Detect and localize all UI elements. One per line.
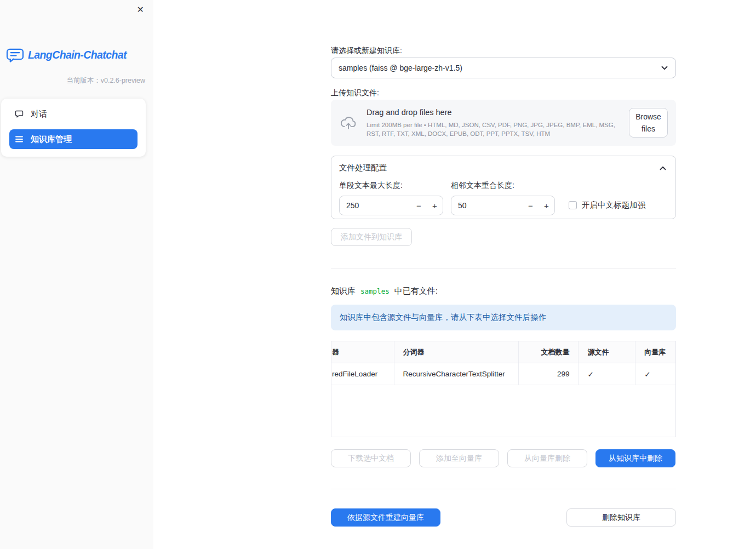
- sidebar-menu: 对话 知识库管理: [1, 99, 146, 157]
- kb-files-prefix: 知识库: [331, 286, 356, 296]
- overlap-size-field: 相邻文本重合长度: 50 − +: [451, 181, 555, 215]
- add-to-vector-store-button[interactable]: 添加至向量库: [419, 449, 499, 467]
- column-header-splitter[interactable]: 分词器: [394, 341, 519, 363]
- divider: [331, 268, 676, 268]
- cell-loader[interactable]: redFileLoader: [331, 363, 394, 385]
- table-row[interactable]: redFileLoader RecursiveCharacterTextSpli…: [331, 363, 675, 385]
- upload-label: 上传知识文件:: [331, 88, 676, 98]
- app-logo-text: LangChain-Chatchat: [28, 49, 127, 61]
- main-content: 请选择或新建知识库: samples (faiss @ bge-large-zh…: [331, 0, 676, 527]
- file-dropzone[interactable]: Drag and drop files here Limit 200MB per…: [331, 100, 676, 146]
- kb-name-code: samples: [360, 287, 390, 295]
- cell-doc-count[interactable]: 299: [519, 363, 579, 385]
- increment-button[interactable]: +: [427, 196, 443, 215]
- cloud-upload-icon: [339, 115, 358, 130]
- cell-source-file-check[interactable]: ✓: [579, 363, 635, 385]
- chunk-size-value: 250: [340, 201, 411, 210]
- checkbox-unchecked[interactable]: [569, 201, 577, 209]
- sidebar-item-dialogue[interactable]: 对话: [9, 104, 138, 124]
- info-banner-text: 知识库中包含源文件与向量库，请从下表中选择文件后操作: [340, 312, 546, 323]
- browse-files-button[interactable]: Browse files: [629, 108, 668, 138]
- expander-header[interactable]: 文件处理配置: [339, 163, 668, 173]
- kb-select-label: 请选择或新建知识库:: [331, 45, 676, 55]
- chunk-size-field: 单段文本最大长度: 250 − +: [339, 181, 443, 215]
- info-banner: 知识库中包含源文件与向量库，请从下表中选择文件后操作: [331, 305, 676, 330]
- dropzone-text: Drag and drop files here Limit 200MB per…: [366, 108, 620, 138]
- app-window: ✕ LangChain-Chatchat 当前版本：v0.2.6-preview: [0, 0, 756, 549]
- expander-body: 单段文本最大长度: 250 − + 相邻文本重合长度: 50 − +: [339, 181, 668, 215]
- chevron-up-icon: [658, 163, 668, 173]
- overlap-size-value: 50: [451, 201, 523, 210]
- zh-title-enhance-checkbox-group[interactable]: 开启中文标题加强: [569, 200, 645, 215]
- delete-from-vector-store-button[interactable]: 从向量库删除: [507, 449, 587, 467]
- kb-select[interactable]: samples (faiss @ bge-large-zh-v1.5): [331, 58, 676, 78]
- column-header-source-file[interactable]: 源文件: [579, 341, 635, 363]
- sidebar: ✕ LangChain-Chatchat 当前版本：v0.2.6-preview: [0, 0, 153, 549]
- delete-kb-button[interactable]: 删除知识库: [566, 508, 676, 527]
- sidebar-item-knowledge-base[interactable]: 知识库管理: [9, 129, 138, 149]
- decrement-button[interactable]: −: [523, 196, 539, 215]
- sidebar-item-label: 对话: [31, 109, 47, 119]
- version-label: 当前版本：v0.2.6-preview: [66, 76, 145, 85]
- kb-files-heading: 知识库 samples 中已有文件:: [331, 286, 676, 296]
- column-header-vector-store[interactable]: 向量库: [635, 341, 675, 363]
- dropzone-title: Drag and drop files here: [366, 108, 620, 117]
- chevron-down-icon: [660, 63, 669, 73]
- expander-title: 文件处理配置: [339, 163, 387, 173]
- kb-files-suffix: 中已有文件:: [394, 286, 438, 296]
- file-config-expander: 文件处理配置 单段文本最大长度: 250 − + 相邻文: [331, 156, 676, 219]
- chat-bubble-icon: [15, 110, 24, 118]
- cell-vector-store-check[interactable]: ✓: [635, 363, 675, 385]
- kb-files-table[interactable]: 器 分词器 文档数量 源文件 向量库 redFileLoader Recursi…: [331, 341, 676, 437]
- sidebar-close-button[interactable]: ✕: [135, 4, 146, 16]
- logo-chat-icon: [6, 48, 24, 62]
- add-files-to-kb-button[interactable]: 添加文件到知识库: [331, 228, 412, 246]
- download-selected-button[interactable]: 下载选中文档: [331, 449, 411, 467]
- chunk-size-label: 单段文本最大长度:: [339, 181, 443, 191]
- overlap-size-label: 相邻文本重合长度:: [451, 181, 555, 191]
- rebuild-vector-store-button[interactable]: 依据源文件重建向量库: [331, 508, 440, 527]
- table-header-row: 器 分词器 文档数量 源文件 向量库: [331, 341, 675, 363]
- chunk-size-stepper[interactable]: 250 − +: [339, 196, 443, 215]
- sidebar-item-label: 知识库管理: [31, 134, 72, 145]
- list-icon: [15, 135, 24, 144]
- column-header-loader[interactable]: 器: [331, 341, 394, 363]
- column-header-doc-count[interactable]: 文档数量: [519, 341, 579, 363]
- delete-from-kb-button[interactable]: 从知识库中删除: [595, 449, 675, 467]
- increment-button[interactable]: +: [539, 196, 554, 215]
- cell-splitter[interactable]: RecursiveCharacterTextSplitter: [394, 363, 519, 385]
- file-action-buttons: 下载选中文档 添加至向量库 从向量库删除 从知识库中删除: [331, 449, 676, 467]
- app-logo: LangChain-Chatchat: [6, 48, 127, 62]
- decrement-button[interactable]: −: [411, 196, 427, 215]
- kb-select-value: samples (faiss @ bge-large-zh-v1.5): [339, 64, 462, 72]
- dropzone-limit-text: Limit 200MB per file • HTML, MD, JSON, C…: [366, 121, 620, 138]
- checkbox-label: 开启中文标题加强: [582, 200, 645, 210]
- overlap-size-stepper[interactable]: 50 − +: [451, 196, 555, 215]
- divider: [331, 489, 676, 489]
- kb-management-buttons: 依据源文件重建向量库 删除知识库: [331, 508, 676, 527]
